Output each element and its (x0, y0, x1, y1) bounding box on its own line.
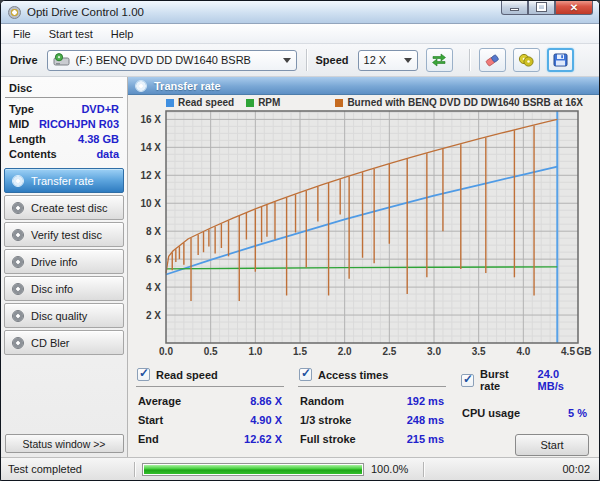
drive-select[interactable]: (F:) BENQ DVD DD DW1640 BSRB (47, 50, 297, 71)
speed-select[interactable]: 12 X (358, 50, 418, 71)
disc-icon (12, 256, 24, 268)
sidebar-item-label: Create test disc (31, 202, 107, 214)
main-area: Disc Type DVD+R MID RICOHJPN R03 Length … (1, 77, 599, 457)
svg-text:0.0: 0.0 (159, 346, 173, 357)
average-row: Average 8.86 X (136, 391, 284, 410)
sidebar-item-disc-quality[interactable]: Disc quality (4, 303, 124, 328)
access-times-checkbox[interactable]: ✓ (299, 368, 312, 381)
content-area: Transfer rate 0.00.51.01.52.02.53.03.54.… (128, 77, 599, 457)
disc-mid-label: MID (9, 118, 29, 130)
disc-icon (12, 283, 24, 295)
menu-start-test[interactable]: Start test (40, 26, 102, 42)
chart-canvas: 0.00.51.01.52.02.53.03.54.04.5GB2 X4 X6 … (128, 95, 599, 360)
svg-text:2.0: 2.0 (338, 346, 352, 357)
third-stroke-row: 1/3 stroke 248 ms (298, 410, 446, 429)
speed-label: Speed (316, 54, 349, 66)
window-controls: ✕ (501, 0, 593, 15)
eraser-icon (484, 53, 500, 67)
erase-disc-button[interactable] (479, 48, 506, 72)
sidebar-item-label: Disc info (31, 283, 73, 295)
svg-text:10 X: 10 X (140, 198, 161, 209)
toolbar: Drive (F:) BENQ DVD DD DW1640 BSRB Speed… (1, 44, 599, 77)
drive-select-value: (F:) BENQ DVD DD DW1640 BSRB (76, 54, 251, 66)
end-value: 12.62 X (244, 433, 282, 445)
save-icon (553, 53, 568, 67)
read-speed-swatch (166, 99, 174, 107)
cpu-usage-value: 5 % (568, 407, 587, 419)
sidebar-item-create-test-disc[interactable]: Create test disc (4, 195, 124, 220)
window-title: Opti Drive Control 1.00 (27, 6, 144, 18)
sidebar-item-label: Transfer rate (31, 175, 94, 187)
title-bar: Opti Drive Control 1.00 ✕ (1, 1, 599, 24)
disc-icon (12, 229, 24, 241)
svg-text:14 X: 14 X (140, 142, 161, 153)
chevron-down-icon (283, 58, 291, 63)
sidebar-item-drive-info[interactable]: Drive info (4, 249, 124, 274)
svg-text:4 X: 4 X (146, 282, 161, 293)
sidebar-item-verify-test-disc[interactable]: Verify test disc (4, 222, 124, 247)
disc-contents-label: Contents (9, 148, 57, 160)
burst-rate-panel-header: ✓ Burst rate 24.0 MB/s (460, 366, 589, 397)
legend-rpm: RPM (246, 97, 280, 108)
burned-swatch (335, 99, 343, 107)
disc-mid-row: MID RICOHJPN R03 (4, 117, 124, 132)
read-speed-checkbox[interactable]: ✓ (137, 368, 150, 381)
sidebar: Disc Type DVD+R MID RICOHJPN R03 Length … (1, 77, 128, 457)
menu-help[interactable]: Help (102, 26, 143, 42)
toolbar-separator (306, 49, 307, 71)
svg-text:0.5: 0.5 (204, 346, 218, 357)
drive-icon (53, 53, 70, 67)
disc-length-row: Length 4.38 GB (4, 132, 124, 147)
disc-icon (135, 80, 147, 92)
average-value: 8.86 X (250, 395, 282, 407)
svg-text:1.0: 1.0 (248, 346, 262, 357)
status-bar: Test completed 100.0% 00:02 (1, 457, 599, 480)
start-row: Start 4.90 X (136, 410, 284, 429)
refresh-button[interactable] (426, 48, 453, 72)
menu-file[interactable]: File (4, 26, 40, 42)
disc-icon (12, 202, 24, 214)
check-icon: ✓ (301, 366, 311, 380)
toolbar-separator (469, 49, 470, 71)
save-button[interactable] (547, 48, 574, 72)
disc-contents-row: Contents data (4, 147, 124, 162)
access-times-panel: ✓ Access times Random 192 ms 1/3 stroke … (298, 366, 446, 456)
svg-text:GB: GB (577, 346, 592, 357)
maximize-button[interactable] (528, 0, 555, 15)
sidebar-item-label: Disc quality (31, 310, 87, 322)
svg-text:2.5: 2.5 (382, 346, 396, 357)
svg-text:3.0: 3.0 (427, 346, 441, 357)
legend-read-speed: Read speed (166, 97, 234, 108)
disc-icon (12, 337, 24, 349)
svg-text:4.0: 4.0 (516, 346, 530, 357)
discs-icon (518, 53, 534, 67)
maximize-icon (537, 3, 546, 11)
minimize-icon (510, 8, 519, 11)
status-window-button[interactable]: Status window >> (5, 434, 124, 453)
burst-rate-checkbox[interactable]: ✓ (461, 374, 474, 387)
close-button[interactable]: ✕ (555, 0, 593, 15)
random-value: 192 ms (407, 395, 444, 407)
sidebar-item-disc-info[interactable]: Disc info (4, 276, 124, 301)
burst-rate-panel: ✓ Burst rate 24.0 MB/s CPU usage 5 % Sta… (460, 366, 589, 456)
start-test-button[interactable]: Start (515, 434, 589, 456)
status-text: Test completed (1, 463, 134, 475)
check-icon: ✓ (139, 366, 149, 380)
read-speed-panel-header: ✓ Read speed (136, 366, 284, 387)
close-icon: ✕ (570, 2, 578, 13)
elapsed-time: 00:02 (537, 463, 599, 475)
sidebar-item-transfer-rate[interactable]: Transfer rate (4, 168, 124, 193)
access-times-panel-header: ✓ Access times (298, 366, 446, 387)
cpu-usage-row: CPU usage 5 % (460, 403, 589, 422)
sidebar-item-cd-bler[interactable]: CD Bler (4, 330, 124, 355)
disc-type-row: Type DVD+R (4, 102, 124, 117)
minimize-button[interactable] (501, 0, 528, 15)
disc-contents-value: data (96, 148, 119, 160)
full-stroke-row: Full stroke 215 ms (298, 429, 446, 448)
statusbar-separator (423, 462, 424, 477)
svg-text:2 X: 2 X (146, 310, 161, 321)
disc-icon (12, 175, 24, 187)
disc-copy-button[interactable] (513, 48, 540, 72)
sidebar-item-label: Verify test disc (31, 229, 102, 241)
start-value: 4.90 X (250, 414, 282, 426)
